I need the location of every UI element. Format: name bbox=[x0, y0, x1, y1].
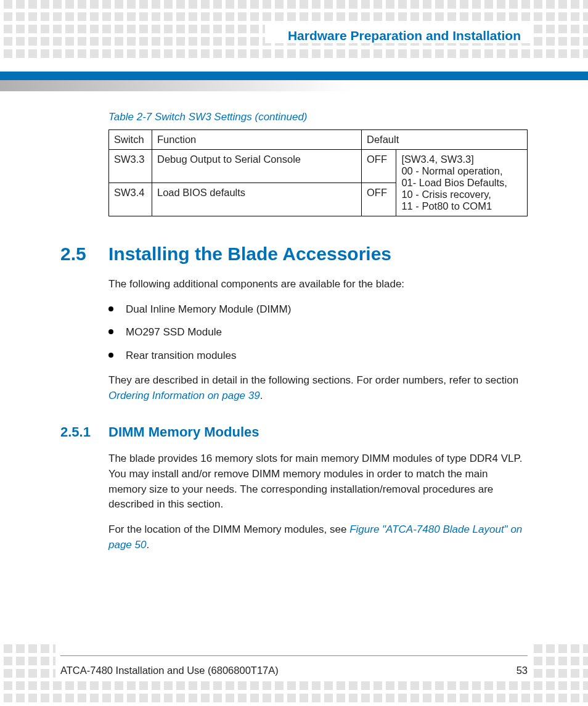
table-caption: Table 2-7 Switch SW3 Settings (continued… bbox=[108, 111, 528, 123]
list-item: Dual Inline Memory Module (DIMM) bbox=[108, 302, 528, 317]
section-intro: The following additional components are … bbox=[108, 277, 528, 292]
text: . bbox=[146, 539, 149, 551]
component-list: Dual Inline Memory Module (DIMM) MO297 S… bbox=[108, 302, 528, 363]
footer-doc-title: ATCA-7480 Installation and Use (6806800T… bbox=[60, 665, 279, 676]
cell-function: Load BIOS defaults bbox=[152, 183, 362, 216]
cell-switch: SW3.3 bbox=[109, 150, 152, 183]
section-para: They are described in detail in the foll… bbox=[108, 373, 528, 403]
cell-default: OFF bbox=[362, 150, 396, 183]
page-footer: ATCA-7480 Installation and Use (6806800T… bbox=[60, 655, 528, 676]
header-shadow bbox=[0, 80, 588, 91]
cell-default: OFF bbox=[362, 183, 396, 216]
subsection-para: For the location of the DIMM Memory modu… bbox=[108, 522, 528, 552]
link-ordering-info[interactable]: Ordering Information on page 39 bbox=[108, 390, 260, 401]
th-switch: Switch bbox=[109, 130, 152, 150]
footer-page-number: 53 bbox=[517, 665, 528, 676]
table-header-row: Switch Function Default bbox=[109, 130, 528, 150]
cell-switch: SW3.4 bbox=[109, 183, 152, 216]
section-heading: 2.5 Installing the Blade Accessories bbox=[60, 244, 528, 265]
section-number: 2.5 bbox=[60, 244, 108, 265]
subsection-number: 2.5.1 bbox=[60, 424, 108, 440]
th-function: Function bbox=[152, 130, 362, 150]
text: . bbox=[260, 390, 263, 401]
list-item: Rear transition modules bbox=[108, 348, 528, 363]
subsection-para: The blade provides 16 memory slots for m… bbox=[108, 451, 528, 512]
list-item: MO297 SSD Module bbox=[108, 325, 528, 340]
table-row: SW3.3 Debug Output to Serial Console OFF… bbox=[109, 150, 528, 183]
switch-settings-table: Switch Function Default SW3.3 Debug Outp… bbox=[108, 129, 528, 216]
header-rule bbox=[0, 72, 588, 80]
page-content: Table 2-7 Switch SW3 Settings (continued… bbox=[60, 111, 528, 562]
text: For the location of the DIMM Memory modu… bbox=[108, 523, 349, 535]
text: They are described in detail in the foll… bbox=[108, 374, 518, 386]
th-default: Default bbox=[362, 130, 528, 150]
section-title: Installing the Blade Accessories bbox=[108, 244, 391, 265]
chapter-title: Hardware Preparation and Installation bbox=[285, 28, 523, 43]
subsection-title: DIMM Memory Modules bbox=[108, 424, 259, 440]
subsection-heading: 2.5.1 DIMM Memory Modules bbox=[60, 424, 528, 440]
cell-notes: [SW3.4, SW3.3] 00 - Normal operation, 01… bbox=[396, 150, 528, 216]
cell-function: Debug Output to Serial Console bbox=[152, 150, 362, 183]
